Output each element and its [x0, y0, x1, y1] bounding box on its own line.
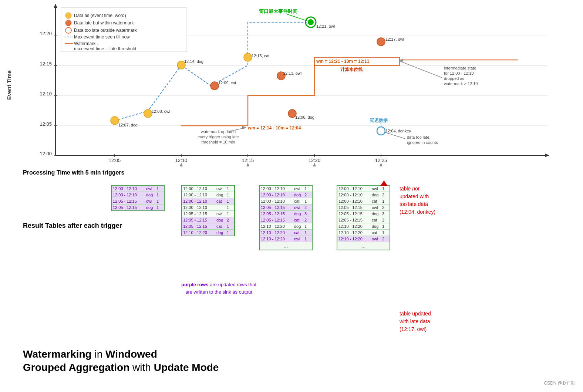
svg-point-46 — [377, 38, 385, 46]
svg-point-37 — [244, 53, 252, 61]
svg-text:for 12:00 - 12:10: for 12:00 - 12:10 — [444, 71, 474, 75]
svg-text:窗口最大事件时间: 窗口最大事件时间 — [259, 9, 297, 14]
svg-text:watermark > 12:10: watermark > 12:10 — [444, 81, 478, 86]
svg-point-77 — [65, 13, 71, 18]
svg-text:dropped as: dropped as — [444, 76, 465, 81]
svg-text:ignored in counts: ignored in counts — [407, 140, 438, 145]
svg-text:12:05: 12:05 — [109, 158, 121, 163]
svg-text:12:15: 12:15 — [40, 61, 52, 67]
result-tables-label: Result Tables after each trigger — [23, 222, 122, 230]
result-table-1220: 12:00 - 12:10owl1 12:00 - 12:10dog2 12:0… — [259, 185, 313, 250]
result-table-1225: 12:00 - 12:10owl1 12:00 - 12:10dog2 12:0… — [337, 185, 390, 250]
svg-text:wm = 12:21 - 10m = 12:11: wm = 12:21 - 10m = 12:11 — [316, 59, 370, 64]
svg-text:延迟数据: 延迟数据 — [370, 118, 388, 123]
svg-point-31 — [144, 109, 152, 118]
svg-text:12:10: 12:10 — [40, 91, 52, 97]
svg-text:Data too late outside watermar: Data too late outside watermark — [74, 28, 137, 33]
svg-text:Watermark =: Watermark = — [74, 41, 100, 46]
table-not-updated-note: table notupdated withtoo late data(12:04… — [400, 185, 435, 216]
svg-point-35 — [210, 82, 219, 90]
svg-text:12:20: 12:20 — [40, 31, 52, 36]
svg-text:watermark updated: watermark updated — [200, 129, 236, 134]
svg-text:12:05: 12:05 — [40, 121, 52, 127]
svg-marker-66 — [242, 126, 246, 129]
svg-text:12:21, owl: 12:21, owl — [316, 24, 335, 28]
svg-marker-50 — [179, 163, 183, 166]
svg-point-81 — [65, 27, 71, 33]
svg-text:12:00: 12:00 — [40, 151, 52, 156]
svg-point-48 — [377, 127, 385, 135]
svg-line-75 — [385, 132, 405, 139]
svg-marker-1 — [54, 4, 57, 8]
svg-text:max event time -- late thresho: max event time -- late threshold — [74, 46, 136, 51]
svg-text:data too late,: data too late, — [407, 135, 431, 139]
svg-text:Data as (event time, word): Data as (event time, word) — [74, 13, 126, 18]
svg-line-59 — [287, 14, 309, 21]
svg-marker-88 — [380, 180, 388, 186]
svg-text:intermediate state: intermediate state — [444, 66, 476, 70]
svg-text:12:08, owl: 12:08, owl — [152, 109, 170, 114]
svg-marker-52 — [313, 163, 316, 166]
svg-text:12:07, dog: 12:07, dog — [118, 123, 138, 127]
svg-text:wm = 12:14 - 10m = 12:04: wm = 12:14 - 10m = 12:04 — [247, 125, 301, 131]
svg-marker-3 — [545, 153, 549, 157]
svg-marker-51 — [246, 163, 250, 166]
svg-text:12:17, owl: 12:17, owl — [385, 37, 404, 41]
svg-text:every trigger using late: every trigger using late — [198, 135, 239, 139]
svg-text:threshold = 10 min: threshold = 10 min — [202, 140, 235, 144]
svg-marker-53 — [379, 163, 383, 166]
svg-text:12:25: 12:25 — [375, 158, 387, 163]
svg-point-29 — [111, 116, 119, 125]
bottom-title: Watermarking in WindowedGrouped Aggregat… — [23, 348, 219, 375]
csdn-label: CSDN @赵广陆 — [544, 380, 576, 386]
result-table-1215: 12:00 - 12:10owl1 12:00 - 12:10dog1 12:0… — [181, 185, 235, 236]
svg-text:12:08, dog: 12:08, dog — [295, 115, 314, 119]
table-updated-note: table updatedwith late data(12:17, owl) — [400, 310, 431, 333]
purple-rows-note: purple rows are updated rows thatare wri… — [181, 281, 256, 295]
svg-text:Max event time seen till now: Max event time seen till now — [74, 34, 130, 40]
svg-text:Event Time: Event Time — [6, 70, 12, 100]
svg-text:12:04, donkey: 12:04, donkey — [385, 129, 411, 133]
result-table-1210: 12:00 - 12:10owl1 12:00 - 12:10dog1 12:0… — [111, 185, 165, 211]
svg-text:12:15: 12:15 — [242, 158, 254, 163]
svg-text:12:13, owl: 12:13, owl — [283, 71, 301, 75]
svg-point-44 — [308, 19, 314, 25]
svg-point-79 — [65, 20, 71, 26]
svg-text:12:20: 12:20 — [309, 158, 321, 163]
svg-text:12:10: 12:10 — [175, 158, 188, 163]
svg-text:12:09, cat: 12:09, cat — [218, 81, 236, 85]
svg-line-71 — [400, 61, 442, 78]
svg-text:计算水位线: 计算水位线 — [340, 67, 363, 72]
svg-text:12:14, dog: 12:14, dog — [184, 59, 203, 64]
svg-text:12:15, cat: 12:15, cat — [252, 54, 269, 58]
svg-text:Data late but within watermark: Data late but within watermark — [74, 20, 134, 26]
processing-time-label: Processing Time with 5 min triggers — [23, 168, 124, 177]
